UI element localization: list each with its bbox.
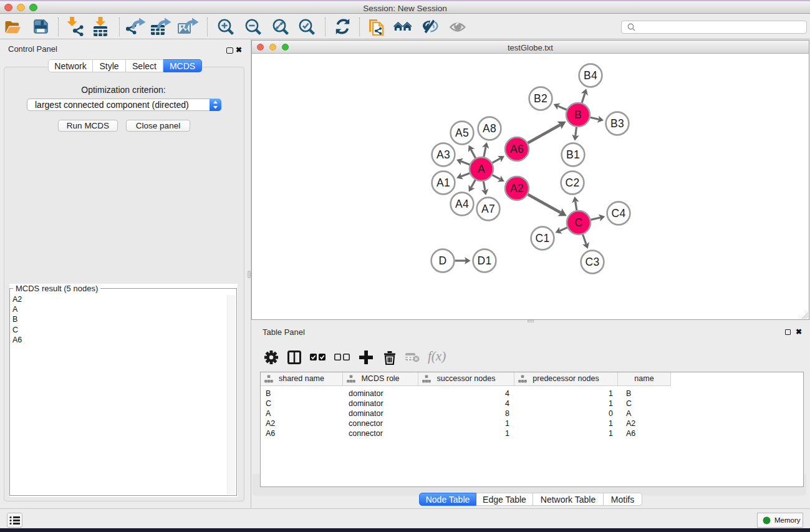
svg-text:C: C: [575, 216, 583, 229]
svg-text:A5: A5: [455, 127, 469, 139]
svg-text:A: A: [478, 163, 485, 175]
svg-text:C4: C4: [612, 207, 626, 220]
svg-text:A4: A4: [455, 198, 469, 210]
svg-text:B1: B1: [566, 148, 580, 161]
svg-text:D1: D1: [478, 254, 492, 267]
svg-text:C2: C2: [566, 177, 580, 189]
svg-text:B4: B4: [584, 69, 597, 82]
svg-text:A8: A8: [483, 122, 496, 135]
svg-text:f(x): f(x): [428, 350, 446, 364]
svg-text:C3: C3: [586, 256, 600, 268]
svg-text:A1: A1: [436, 177, 450, 189]
svg-text:A2: A2: [510, 182, 524, 195]
svg-text:B2: B2: [534, 92, 547, 105]
svg-text:C1: C1: [536, 232, 550, 244]
svg-text:D: D: [439, 254, 447, 267]
svg-text:B: B: [574, 109, 582, 121]
svg-text:B3: B3: [610, 117, 624, 130]
svg-text:A3: A3: [436, 148, 450, 161]
svg-text:A7: A7: [481, 203, 495, 215]
svg-text:A6: A6: [510, 143, 524, 155]
